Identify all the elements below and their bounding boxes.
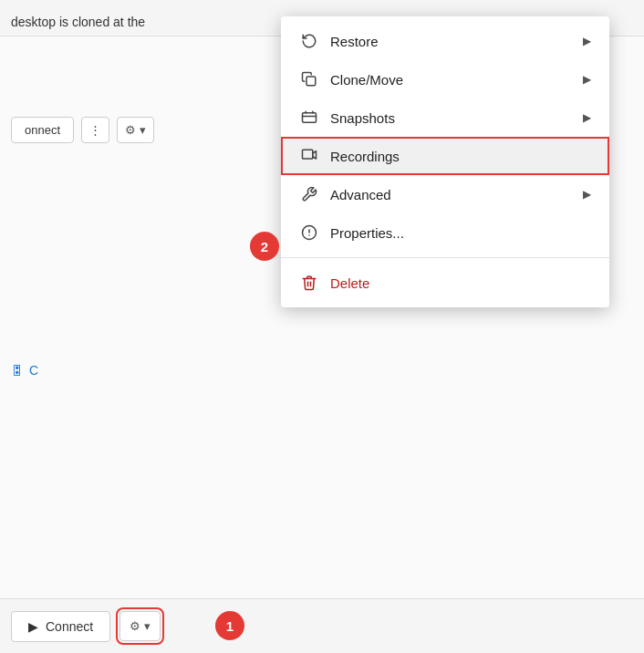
vertical-dots-icon: ⋮ (89, 123, 101, 137)
menu-item-advanced[interactable]: Advanced ▶ (281, 175, 609, 213)
svg-rect-5 (303, 150, 313, 159)
properties-label: Properties... (330, 225, 591, 241)
advanced-arrow: ▶ (583, 188, 591, 201)
menu-item-snapshots[interactable]: Snapshots ▶ (281, 98, 609, 137)
bottom-bar: ▶ Connect ⚙ ▾ (0, 598, 644, 653)
menu-item-clone-move[interactable]: Clone/Move ▶ (281, 60, 609, 98)
recordings-label: Recordings (330, 149, 591, 164)
svg-marker-6 (313, 151, 317, 159)
restore-icon (299, 31, 319, 51)
gear-dropdown-bg-btn[interactable]: ⚙ ▾ (117, 117, 154, 143)
badge-2: 2 (250, 232, 279, 261)
dashboard-link-row: 🎛 C (0, 356, 49, 385)
menu-item-properties[interactable]: Properties... (281, 213, 609, 252)
snapshots-icon (299, 108, 319, 128)
menu-item-restore[interactable]: Restore ▶ (281, 22, 609, 60)
badge-1: 1 (215, 611, 244, 640)
restore-label: Restore (330, 34, 583, 49)
snapshots-label: Snapshots (330, 110, 583, 126)
top-bar-text: desktop is cloned at the (0, 7, 156, 36)
recordings-icon (299, 146, 319, 166)
menu-item-delete[interactable]: Delete (281, 264, 609, 302)
play-icon: ▶ (28, 619, 38, 634)
clone-move-label: Clone/Move (330, 72, 583, 88)
dropdown-arrow-icon: ▾ (144, 619, 151, 633)
delete-icon (299, 273, 319, 293)
svg-rect-1 (303, 113, 317, 123)
menu-item-recordings[interactable]: Recordings (281, 137, 609, 175)
action-row: onnect ⋮ ⚙ ▾ (0, 109, 165, 150)
gear-dropdown-button[interactable]: ⚙ ▾ (119, 611, 161, 641)
dashboard-icon: 🎛 (11, 363, 24, 378)
snapshots-arrow: ▶ (583, 111, 591, 124)
clone-icon (299, 69, 319, 89)
context-menu: Restore ▶ Clone/Move ▶ Snapshots ▶ (281, 16, 609, 307)
svg-rect-0 (306, 77, 316, 86)
restore-arrow: ▶ (583, 35, 591, 47)
menu-divider (281, 257, 609, 258)
more-options-btn[interactable]: ⋮ (81, 117, 109, 143)
dashboard-link-text: C (29, 363, 38, 378)
gear-icon: ⚙ (130, 619, 140, 633)
advanced-label: Advanced (330, 187, 583, 202)
arrow-down-icon-bg: ▾ (140, 123, 146, 137)
delete-label: Delete (330, 275, 591, 291)
connect-partial-btn: onnect (11, 117, 74, 143)
gear-icon-bg: ⚙ (125, 123, 136, 137)
connect-button[interactable]: ▶ Connect (11, 611, 110, 642)
connect-label: Connect (46, 619, 93, 634)
advanced-icon (299, 184, 319, 204)
properties-icon (299, 223, 319, 243)
clone-move-arrow: ▶ (583, 73, 591, 86)
